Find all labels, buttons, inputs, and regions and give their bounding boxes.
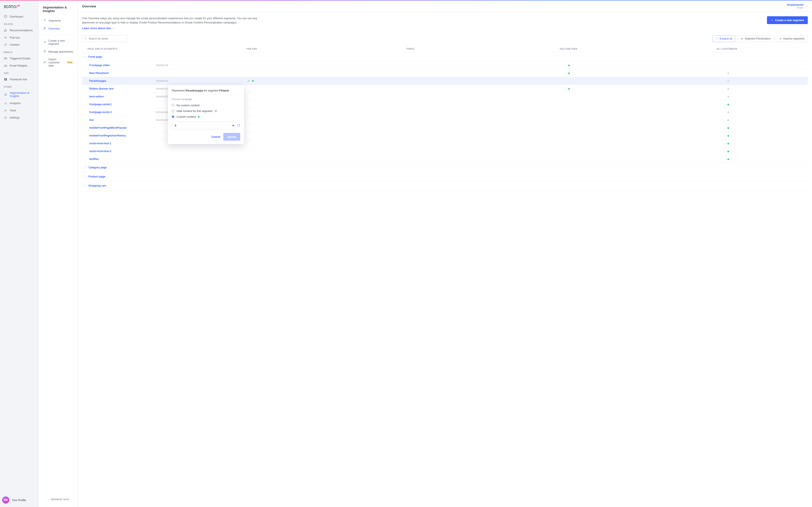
status-dot[interactable] — [727, 112, 729, 113]
plus-icon — [43, 40, 46, 44]
update-button[interactable]: Update — [223, 133, 240, 141]
status-dot[interactable] — [727, 158, 729, 160]
placement-name[interactable]: Ribbon Banner test — [82, 87, 113, 90]
placement-name[interactable]: nosto-front-test-1 — [82, 142, 111, 145]
status-dot[interactable] — [727, 151, 729, 152]
segment-cell[interactable] — [649, 95, 808, 98]
status-dot[interactable] — [727, 88, 729, 90]
megaphone-icon — [4, 36, 7, 39]
nav-facebook-ads[interactable]: Facebook Ads — [0, 76, 39, 83]
radio-no-custom[interactable]: No custom content — [172, 103, 240, 108]
minimize-nav-button[interactable]: MINIMIZE NAVI — [42, 496, 74, 503]
mail-open-icon — [4, 64, 7, 67]
segment-cell[interactable] — [649, 79, 808, 82]
segment-cell[interactable] — [649, 158, 808, 161]
placement-name[interactable]: New Placement — [82, 72, 109, 74]
nav-triggered-emails[interactable]: Triggered Emails — [0, 55, 39, 62]
radio-custom[interactable]: Custom content — [172, 114, 240, 120]
intro-text: This Overview helps you setup and manage… — [82, 16, 258, 24]
svg-rect-3 — [4, 57, 7, 59]
nav-tools[interactable]: Tools — [0, 107, 39, 114]
page-group-row[interactable]: Front page — [82, 52, 808, 61]
cancel-button[interactable]: Cancel — [211, 135, 220, 138]
segment-cell[interactable] — [649, 111, 808, 114]
chevron-down-icon — [805, 5, 808, 7]
inactive-segments-button[interactable]: Inactive segments — [776, 35, 808, 42]
status-dot[interactable] — [727, 104, 729, 105]
placement-name[interactable]: testRec — [82, 158, 99, 161]
page-group-name: Shopping cart — [88, 184, 106, 187]
nav-popups[interactable]: Pop-ups — [0, 34, 39, 41]
campaign-select[interactable]: fi — [172, 122, 235, 129]
placement-name[interactable]: frontpage-center1 — [82, 103, 112, 106]
placement-name[interactable]: Frontpage slider — [82, 64, 110, 67]
gauge-icon — [4, 15, 7, 18]
segment-cell[interactable] — [649, 103, 808, 106]
table-header: PAGE AND PLACEMENTS FINLAND TURKU VOLCOM… — [82, 45, 808, 52]
nav-recommendations[interactable]: Recommendations — [0, 26, 39, 34]
search-input[interactable] — [82, 35, 128, 42]
placement-row: New Placement — [82, 69, 808, 77]
subnav-segments[interactable]: Segments — [42, 16, 74, 24]
radio-hide[interactable]: Hide content for this segment — [172, 108, 240, 114]
status-dot[interactable] — [727, 119, 729, 121]
segment-cell[interactable] — [649, 150, 808, 153]
subnav-import-data[interactable]: Import customer dataNew — [42, 56, 74, 69]
tenant-switcher[interactable]: Dropinmarket dropin — [787, 3, 808, 9]
status-dot[interactable] — [568, 88, 570, 90]
segment-cell[interactable] — [649, 87, 808, 91]
placement-name[interactable]: best-sellers — [82, 95, 104, 98]
placement-name[interactable]: live — [82, 118, 94, 121]
segment-cell[interactable] — [649, 72, 808, 75]
segment-cell[interactable] — [649, 134, 808, 137]
profile-button[interactable]: PM Your Profile — [0, 494, 39, 507]
segment-cell[interactable] — [649, 142, 808, 145]
status-dot[interactable] — [727, 127, 729, 129]
create-segment-button[interactable]: Create a new segment — [767, 16, 808, 24]
status-dot[interactable] — [568, 72, 570, 74]
segment-cell[interactable] — [489, 87, 649, 91]
external-link-icon[interactable] — [237, 124, 240, 127]
nav-settings[interactable]: Settings — [0, 114, 39, 121]
placement-name[interactable]: nosto-front-test-2 — [82, 150, 111, 153]
nav-label: Segmentation & Insights — [10, 91, 35, 98]
pencil-icon[interactable] — [247, 79, 250, 82]
segment-cell[interactable] — [171, 79, 330, 82]
placement-row: Frontpage sliderDISABLED — [82, 61, 808, 69]
page-group-row[interactable]: Shopping cart — [82, 181, 808, 190]
subnav-create-segment[interactable]: Create a new segment — [42, 37, 74, 48]
subnav-overview[interactable]: Overview — [42, 24, 74, 33]
page-group-row[interactable]: Category page — [82, 163, 808, 172]
segment-cell[interactable] — [649, 126, 808, 129]
nav-analytics[interactable]: Analytics — [0, 100, 39, 107]
status-dot[interactable] — [727, 96, 729, 98]
placement-name[interactable]: mobileFrontPageUserHistory — [82, 134, 126, 137]
status-dot[interactable] — [568, 65, 570, 66]
nav-dashboard[interactable]: Dashboard — [0, 13, 39, 20]
learn-more-link[interactable]: Learn more about this — [82, 26, 115, 30]
target-icon — [43, 26, 46, 31]
nav-email-widgets[interactable]: Email Widgets — [0, 62, 39, 69]
placement-name[interactable]: ParasKauppa — [82, 79, 106, 82]
nav-label: Dashboard — [10, 15, 23, 18]
placement-row: testRec — [82, 155, 808, 163]
nav-segmentation[interactable]: Segmentation & Insights — [0, 89, 39, 100]
status-dot[interactable] — [727, 72, 729, 74]
subnav-manage-placements[interactable]: Manage placements — [42, 48, 74, 56]
chevron-right-icon — [83, 166, 87, 169]
col-all: ALL CUSTOMERS — [648, 48, 806, 50]
status-dot[interactable] — [727, 143, 729, 145]
status-dot[interactable] — [727, 135, 729, 137]
placement-name[interactable]: frontpage-nosto-1 — [82, 111, 112, 114]
status-dot[interactable] — [252, 80, 254, 82]
nav-content[interactable]: Content — [0, 41, 39, 48]
placement-name[interactable]: mobileFrontPageMostPopular — [82, 126, 127, 129]
expand-all-button[interactable]: Expand all — [712, 35, 735, 42]
segment-cell[interactable] — [649, 118, 808, 122]
segment-priority-button[interactable]: Segment Prioritization — [738, 35, 774, 42]
page-group-row[interactable]: Product page — [82, 172, 808, 181]
segment-cell[interactable] — [489, 64, 649, 67]
disabled-label: DISABLED — [156, 95, 168, 98]
status-dot[interactable] — [727, 80, 729, 82]
segment-cell[interactable] — [489, 72, 649, 75]
